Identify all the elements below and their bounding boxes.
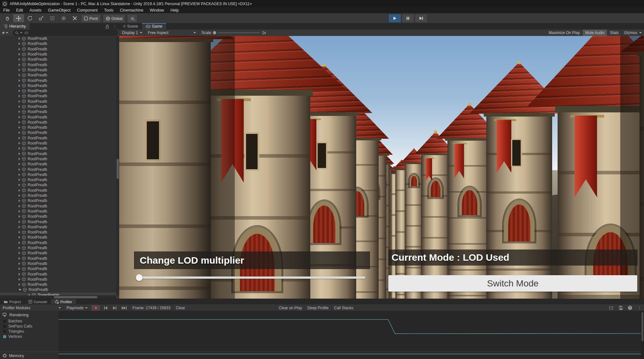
- hierarchy-row[interactable]: RootPreafb: [0, 47, 116, 52]
- hierarchy-row[interactable]: RootPreafb: [0, 156, 116, 162]
- hierarchy-row[interactable]: RootPreafb: [0, 250, 116, 256]
- hierarchy-row[interactable]: RootPreafb: [0, 245, 116, 250]
- hierarchy-row[interactable]: RootPreafb: [0, 282, 116, 287]
- menu-item-cinemachine[interactable]: Cinemachine: [117, 8, 146, 13]
- foldout-collapsed-icon[interactable]: [19, 252, 20, 254]
- foldout-collapsed-icon[interactable]: [19, 231, 20, 233]
- foldout-collapsed-icon[interactable]: [19, 194, 20, 197]
- foldout-collapsed-icon[interactable]: [19, 100, 20, 103]
- switch-mode-button[interactable]: Switch Mode: [388, 275, 637, 292]
- hierarchy-row[interactable]: RootPreafb: [0, 151, 116, 156]
- foldout-collapsed-icon[interactable]: [19, 262, 20, 265]
- hierarchy-row[interactable]: RootPreafb: [0, 204, 116, 209]
- hierarchy-row-child[interactable]: TowerPrefab: [0, 293, 116, 295]
- rotate-tool-button[interactable]: [24, 14, 35, 22]
- foldout-collapsed-icon[interactable]: [19, 37, 20, 40]
- foldout-collapsed-icon[interactable]: [19, 74, 20, 76]
- search-input[interactable]: [24, 31, 116, 35]
- foldout-collapsed-icon[interactable]: [19, 153, 20, 155]
- hierarchy-row[interactable]: RootPreafb: [0, 120, 116, 125]
- foldout-collapsed-icon[interactable]: [19, 64, 20, 66]
- lod-slider-track[interactable]: [139, 276, 365, 279]
- foldout-collapsed-icon[interactable]: [19, 283, 20, 286]
- hierarchy-row[interactable]: RootPreafb: [0, 271, 116, 276]
- custom-tool-button[interactable]: [69, 14, 80, 22]
- foldout-collapsed-icon[interactable]: [19, 226, 20, 228]
- lod-slider-handle[interactable]: [136, 274, 143, 281]
- tab-scene[interactable]: # Scene: [119, 23, 142, 30]
- foldout-collapsed-icon[interactable]: [19, 121, 20, 124]
- hierarchy-row[interactable]: RootPreafb: [0, 125, 116, 130]
- foldout-collapsed-icon[interactable]: [19, 131, 20, 134]
- foldout-collapsed-icon[interactable]: [19, 189, 20, 192]
- profiler-vertical-scrollbar[interactable]: [641, 311, 644, 359]
- tab-hierarchy[interactable]: Hierarchy: [0, 23, 30, 30]
- foldout-collapsed-icon[interactable]: [19, 179, 20, 181]
- foldout-collapsed-icon[interactable]: [19, 116, 20, 118]
- foldout-collapsed-icon[interactable]: [19, 173, 20, 176]
- create-object-button[interactable]: +: [2, 31, 8, 35]
- menu-item-window[interactable]: Window: [146, 8, 167, 13]
- hierarchy-row[interactable]: RootPreafb: [0, 172, 116, 177]
- hierarchy-row[interactable]: RootPreafb: [0, 214, 116, 219]
- hierarchy-row[interactable]: RootPreafb: [0, 261, 116, 266]
- hierarchy-row[interactable]: RootPreafb: [0, 130, 116, 135]
- hierarchy-row[interactable]: RootPreafb: [0, 78, 116, 83]
- current-frame-button[interactable]: [119, 304, 129, 311]
- foldout-collapsed-icon[interactable]: [19, 53, 20, 56]
- hierarchy-row[interactable]: RootPreafb: [0, 141, 116, 146]
- foldout-collapsed-icon[interactable]: [19, 168, 20, 171]
- hierarchy-row[interactable]: RootPreafb: [0, 240, 116, 245]
- memory-chart[interactable]: [58, 352, 641, 359]
- hierarchy-row[interactable]: RootPreafb: [0, 266, 116, 271]
- tab-console[interactable]: Console: [25, 299, 51, 304]
- prev-frame-button[interactable]: [101, 304, 110, 311]
- foldout-collapsed-icon[interactable]: [19, 69, 20, 71]
- menu-item-file[interactable]: File: [0, 8, 13, 13]
- hierarchy-row[interactable]: RootPreafb: [0, 177, 116, 182]
- hierarchy-kebab-menu-icon[interactable]: ⋮: [112, 24, 117, 29]
- hand-tool-button[interactable]: [2, 14, 13, 22]
- foldout-collapsed-icon[interactable]: [19, 199, 20, 202]
- hierarchy-row[interactable]: RootPreafb: [0, 256, 116, 261]
- foldout-expanded-icon[interactable]: [19, 289, 21, 291]
- clear-button[interactable]: Clear: [173, 304, 188, 311]
- foldout-collapsed-icon[interactable]: [19, 95, 20, 97]
- hierarchy-row[interactable]: RootPreafb: [0, 52, 116, 57]
- foldout-collapsed-icon[interactable]: [19, 267, 20, 270]
- step-button[interactable]: [415, 14, 428, 23]
- foldout-collapsed-icon[interactable]: [19, 273, 20, 276]
- foldout-collapsed-icon[interactable]: [19, 205, 20, 207]
- foldout-collapsed-icon[interactable]: [19, 126, 20, 129]
- clear-on-play-button[interactable]: Clear on Play: [276, 304, 304, 311]
- scrollbar-thumb[interactable]: [54, 296, 97, 298]
- foldout-collapsed-icon[interactable]: [19, 137, 20, 139]
- menu-item-gameobject[interactable]: GameObject: [45, 8, 74, 13]
- rect-tool-button[interactable]: [47, 14, 58, 22]
- foldout-collapsed-icon[interactable]: [19, 158, 20, 160]
- hierarchy-horizontal-scrollbar[interactable]: [0, 295, 116, 299]
- menu-item-help[interactable]: Help: [167, 8, 182, 13]
- hierarchy-row[interactable]: RootPreafb: [0, 146, 116, 151]
- hierarchy-row[interactable]: RootPreafb: [0, 99, 116, 104]
- hierarchy-row[interactable]: RootPreafb: [0, 182, 116, 188]
- hierarchy-search-field[interactable]: [13, 30, 118, 36]
- rendering-module-header[interactable]: Rendering: [0, 311, 58, 319]
- lock-icon[interactable]: [105, 24, 109, 29]
- call-stacks-button[interactable]: Call Stacks: [331, 304, 356, 311]
- foldout-collapsed-icon[interactable]: [19, 79, 20, 82]
- hierarchy-row[interactable]: RootPreafb: [0, 235, 116, 240]
- legend-item-batches[interactable]: Batches: [0, 319, 58, 324]
- maximize-on-play-button[interactable]: Maximize On Play: [546, 30, 582, 36]
- foldout-collapsed-icon[interactable]: [19, 278, 20, 281]
- menu-item-edit[interactable]: Edit: [13, 8, 26, 13]
- stats-button[interactable]: Stats: [607, 30, 621, 36]
- legend-item-setpass-calls[interactable]: SetPass Calls: [0, 324, 58, 329]
- hierarchy-row[interactable]: RootPreafb: [0, 277, 116, 282]
- tab-game[interactable]: Game: [142, 23, 166, 30]
- move-tool-button[interactable]: [13, 14, 24, 22]
- foldout-collapsed-icon[interactable]: [19, 184, 20, 186]
- legend-item-triangles[interactable]: Triangles: [0, 329, 58, 334]
- load-profile-button[interactable]: [607, 304, 616, 311]
- hierarchy-row[interactable]: RootPreafb: [0, 193, 116, 198]
